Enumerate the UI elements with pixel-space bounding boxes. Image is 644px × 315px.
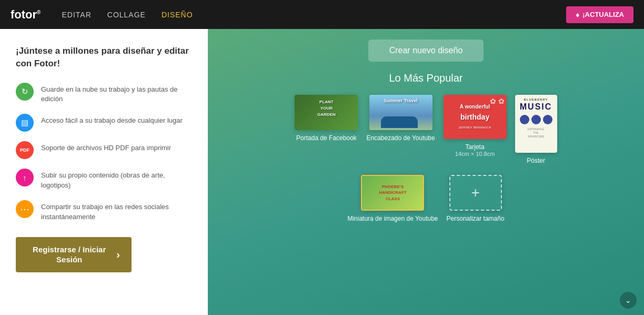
card-tarjeta[interactable]: ✿ ✿ A wonderfulbirthdayJEFFREY BRANNOCK …	[444, 95, 507, 164]
main-nav: EDITAR COLLAGE DISEÑO	[62, 11, 193, 19]
tarjeta-image: ✿ ✿ A wonderfulbirthdayJEFFREY BRANNOCK	[444, 95, 507, 139]
youtube-thumbnail-image: Phoebe'sHandicraftClass	[361, 175, 424, 211]
diamond-icon: ♦	[576, 11, 579, 19]
poster-label: Póster	[527, 157, 545, 164]
feature-share: ⋯ Compartir su trabajo en las redes soci…	[16, 200, 192, 222]
tarjeta-label: Tarjeta	[466, 143, 485, 151]
feature-cloud-text: Guarde en la nube su trabajo y las pauta…	[41, 83, 192, 105]
card-youtube-thumbnail[interactable]: Phoebe'sHandicraftClass Miniatura de ima…	[347, 175, 438, 222]
tarjeta-sublabel: 14cm × 10.8cm	[455, 151, 495, 157]
register-arrow-icon: ›	[116, 249, 120, 261]
upload-icon: ↑	[16, 169, 34, 186]
create-btn-wrap: Crear nuevo diseño	[224, 40, 628, 62]
header-right: ♦ ¡ACTUALIZA	[566, 6, 633, 23]
chevron-down-icon: ⌄	[625, 296, 631, 304]
upgrade-button[interactable]: ♦ ¡ACTUALIZA	[566, 6, 633, 23]
upgrade-label: ¡ACTUALIZA	[582, 11, 624, 18]
logo-text: fotor	[11, 8, 37, 21]
nav-diseno[interactable]: DISEÑO	[162, 11, 193, 19]
youtube-header-image: Summer Travel	[369, 95, 432, 130]
logo-sup: ®	[37, 9, 41, 15]
left-title: ¡Júntese a millones para diseñar y edita…	[16, 45, 192, 70]
feature-cloud: ↻ Guarde en la nube su trabajo y las pau…	[16, 83, 192, 105]
cloud-icon: ↻	[16, 83, 34, 101]
left-panel: ¡Júntese a millones para diseñar y edita…	[0, 29, 208, 315]
flower-decor: ✿ ✿	[490, 97, 505, 105]
feature-share-text: Compartir su trabajo en las redes social…	[41, 200, 192, 222]
pdf-icon: PDF	[16, 141, 34, 159]
cards-row-1: PLANTYOURGARDEN Portada de Facebook Summ…	[224, 95, 628, 164]
access-icon: ▤	[16, 114, 34, 132]
feature-access-text: Acceso fácil a su trabajo desde cualquie…	[41, 114, 183, 126]
youtube-thumbnail-thumb: Phoebe'sHandicraftClass	[361, 175, 424, 211]
poster-image: BLUEBERRY MUSIC EXPERIENCETHEADVENTURE	[515, 95, 557, 153]
custom-size-label: Personalizar tamaño	[447, 215, 505, 222]
facebook-cover-label: Portada de Facebook	[296, 134, 357, 142]
youtube-header-thumb: Summer Travel	[369, 95, 432, 130]
register-button[interactable]: Registrarse / Iniciar Sesión ›	[16, 237, 132, 272]
nav-collage[interactable]: COLLAGE	[107, 11, 146, 19]
card-custom-size[interactable]: + Personalizar tamaño	[447, 175, 505, 222]
card-youtube-header[interactable]: Summer Travel Encabezado de Youtube	[366, 95, 435, 164]
feature-upload-text: Subir su propio contenido (obras de arte…	[41, 169, 192, 191]
youtube-header-label: Encabezado de Youtube	[366, 134, 435, 142]
register-label: Registrarse / Iniciar Sesión	[27, 244, 111, 265]
popular-section-title: Lo Más Popular	[224, 72, 628, 84]
create-new-design-button[interactable]: Crear nuevo diseño	[368, 40, 484, 62]
card-facebook-cover[interactable]: PLANTYOURGARDEN Portada de Facebook	[295, 95, 358, 164]
feature-pdf-text: Soporte de archivos HD PDF para imprimir	[41, 141, 171, 153]
card-poster[interactable]: BLUEBERRY MUSIC EXPERIENCETHEADVENTURE P…	[515, 95, 557, 164]
nav-editar[interactable]: EDITAR	[62, 11, 91, 19]
feature-access: ▤ Acceso fácil a su trabajo desde cualqu…	[16, 114, 192, 132]
right-panel: Crear nuevo diseño Lo Más Popular PLANTY…	[208, 29, 644, 315]
poster-thumb: BLUEBERRY MUSIC EXPERIENCETHEADVENTURE	[515, 95, 557, 153]
custom-size-image: +	[449, 175, 502, 211]
logo[interactable]: fotor®	[11, 8, 41, 22]
cards-row-2: Phoebe'sHandicraftClass Miniatura de ima…	[224, 175, 628, 222]
facebook-cover-image: PLANTYOURGARDEN	[295, 95, 358, 130]
feature-pdf: PDF Soporte de archivos HD PDF para impr…	[16, 141, 192, 159]
youtube-thumbnail-label: Miniatura de imagen de Youtube	[347, 215, 438, 222]
custom-size-thumb: +	[449, 175, 502, 211]
header: fotor® EDITAR COLLAGE DISEÑO ♦ ¡ACTUALIZ…	[0, 0, 644, 29]
tarjeta-thumb: ✿ ✿ A wonderfulbirthdayJEFFREY BRANNOCK	[444, 95, 507, 139]
feature-upload: ↑ Subir su propio contenido (obras de ar…	[16, 169, 192, 191]
main-content: ¡Júntese a millones para diseñar y edita…	[0, 0, 644, 315]
share-icon: ⋯	[16, 200, 34, 218]
facebook-cover-thumb: PLANTYOURGARDEN	[295, 95, 358, 130]
feature-list: ↻ Guarde en la nube su trabajo y las pau…	[16, 83, 192, 222]
scroll-down-button[interactable]: ⌄	[620, 292, 637, 309]
plus-icon: +	[471, 184, 479, 201]
